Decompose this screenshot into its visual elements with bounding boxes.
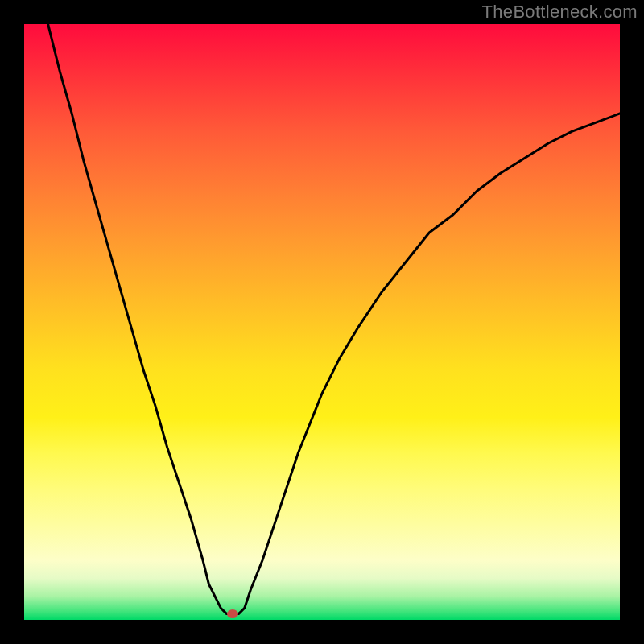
plot-frame	[24, 24, 620, 620]
bottleneck-curve	[48, 24, 620, 614]
watermark-text: TheBottleneck.com	[482, 2, 638, 23]
plot-area	[24, 24, 620, 620]
chart-svg	[24, 24, 620, 620]
chart-container: TheBottleneck.com	[0, 0, 644, 644]
marker-dot	[227, 609, 238, 618]
